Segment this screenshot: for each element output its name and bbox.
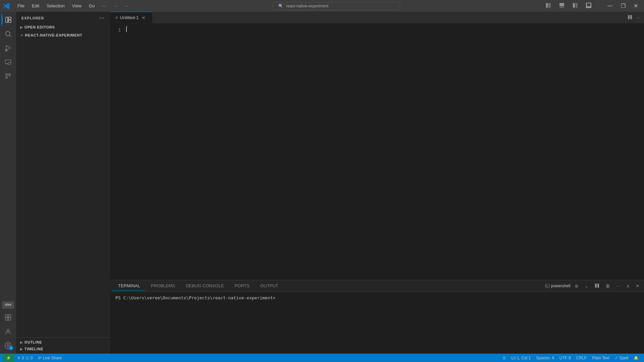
svg-rect-5 <box>576 3 578 8</box>
terminal-content[interactable]: PS C:\Users\veree\Documents\Projects\rea… <box>110 292 644 354</box>
activity-extensions[interactable] <box>1 311 15 324</box>
status-language[interactable]: Plain Text <box>589 356 612 360</box>
warning-icon: ⚠ <box>25 356 29 360</box>
svg-point-24 <box>7 345 9 347</box>
search-text: react-native-experiment <box>286 4 328 8</box>
status-live-share[interactable]: ⟳ Live Share <box>35 354 64 362</box>
spell-label: ✓ Spell <box>615 356 628 360</box>
nav-arrows: ← → <box>112 2 130 10</box>
main-layout: .ENV 1 <box>0 12 644 354</box>
restore-button[interactable]: ❐ <box>618 1 629 11</box>
open-editors-header[interactable]: ▶ OPEN EDITORS <box>16 24 110 31</box>
status-bell[interactable]: ⊙ <box>500 356 508 360</box>
panel-tab-ports[interactable]: PORTS <box>229 281 255 291</box>
env-badge[interactable]: .ENV <box>2 301 14 309</box>
svg-rect-20 <box>8 315 11 317</box>
editor-cursor <box>126 26 127 32</box>
encoding-label: UTF-8 <box>559 356 571 360</box>
editor-content[interactable] <box>126 23 644 280</box>
status-spaces[interactable]: Spaces: 4 <box>533 356 556 360</box>
menu-go[interactable]: Go <box>86 2 98 10</box>
nav-back[interactable]: ← <box>112 2 120 10</box>
tab-label: Untitled-1 <box>120 15 139 20</box>
activity-explorer[interactable] <box>1 13 15 26</box>
panel-tab-actions: powershell ⊕ ⌄ 🗑 ··· ∧ ✕ <box>545 282 641 290</box>
status-notifications[interactable]: 🔔 <box>631 356 641 360</box>
svg-rect-8 <box>6 17 8 22</box>
status-line-ending[interactable]: CRLF <box>574 356 589 360</box>
layout-split-toggle[interactable] <box>569 1 581 11</box>
terminal-dropdown[interactable]: ⌄ <box>583 282 590 290</box>
svg-rect-1 <box>548 3 551 8</box>
editor-area[interactable]: 1 <box>110 23 644 280</box>
timeline-header[interactable]: ▶ TIMELINE <box>16 346 110 352</box>
svg-rect-28 <box>595 283 597 287</box>
menu-selection[interactable]: Selection <box>43 2 68 10</box>
activity-accounts[interactable] <box>1 325 15 338</box>
svg-rect-19 <box>5 315 8 317</box>
project-section: ▼ REACT-NATIVE-EXPERIMENT <box>16 31 110 39</box>
panel-close-button[interactable]: ✕ <box>634 282 641 290</box>
timeline-chevron: ▶ <box>20 347 23 351</box>
menu-more[interactable]: ··· <box>99 2 109 10</box>
layout-editor-toggle[interactable] <box>556 1 568 11</box>
sidebar-more-actions[interactable]: ··· <box>99 15 105 21</box>
menu-view[interactable]: View <box>69 2 85 10</box>
tab-bar-actions: ··· <box>624 13 644 22</box>
outline-header[interactable]: ▶ OUTLINE <box>16 339 110 346</box>
open-editors-chevron: ▶ <box>20 25 23 29</box>
project-chevron: ▼ <box>20 34 24 37</box>
tab-untitled-1[interactable]: ≡ Untitled-1 ✕ <box>110 12 152 23</box>
panel-tab-problems[interactable]: PROBLEMS <box>146 281 180 291</box>
nav-forward[interactable]: → <box>122 2 130 10</box>
menu-edit[interactable]: Edit <box>29 2 43 10</box>
split-editor-action[interactable] <box>626 13 634 22</box>
tab-bar: ≡ Untitled-1 ✕ ··· <box>110 12 644 23</box>
status-right: ⊙ Ln 1, Col 1 Spaces: 4 UTF-8 CRLF Plain… <box>500 356 641 360</box>
svg-rect-7 <box>586 6 591 8</box>
svg-rect-21 <box>8 318 11 320</box>
panel-tab-bar: TERMINAL PROBLEMS DEBUG CONSOLE PORTS OU… <box>110 280 644 292</box>
panel-tab-terminal[interactable]: TERMINAL <box>113 281 146 291</box>
shell-label: powershell <box>545 284 570 288</box>
status-cursor[interactable]: Ln 1, Col 1 <box>508 356 533 360</box>
project-header[interactable]: ▼ REACT-NATIVE-EXPERIMENT <box>16 32 110 39</box>
tab-close-button[interactable]: ✕ <box>141 15 147 21</box>
layout-panel-toggle[interactable] <box>583 1 595 11</box>
notifications-icon: 🔔 <box>634 356 639 360</box>
split-terminal-button[interactable] <box>593 282 601 290</box>
layout-sidebar-toggle[interactable] <box>542 1 554 11</box>
activity-settings[interactable]: 1 <box>1 339 15 352</box>
activity-bar: .ENV 1 <box>0 12 16 354</box>
activity-search[interactable] <box>1 27 15 41</box>
menu-file[interactable]: File <box>14 2 28 10</box>
close-button[interactable]: ✕ <box>630 1 641 11</box>
minimize-button[interactable]: — <box>604 1 616 11</box>
activity-remote-explorer[interactable] <box>1 55 15 69</box>
remote-icon: ⚡ <box>6 356 11 360</box>
panel-tab-debug-console[interactable]: DEBUG CONSOLE <box>180 281 229 291</box>
search-box[interactable]: 🔍 react-native-experiment <box>273 2 400 10</box>
activity-source-control[interactable] <box>1 69 15 83</box>
bell-icon: ⊙ <box>502 356 506 360</box>
status-encoding[interactable]: UTF-8 <box>557 356 574 360</box>
open-editors-label: OPEN EDITORS <box>24 25 55 29</box>
status-remote[interactable]: ⚡ <box>3 354 14 362</box>
kill-terminal-button[interactable]: 🗑 <box>604 282 612 290</box>
add-terminal-button[interactable]: ⊕ <box>573 282 580 290</box>
status-errors[interactable]: ✕ 0 ⚠ 0 <box>14 354 35 362</box>
title-bar: File Edit Selection View Go ··· ← → 🔍 re… <box>0 0 644 12</box>
status-spell[interactable]: ✓ Spell <box>612 356 631 360</box>
sidebar-bottom: ▶ OUTLINE ▶ TIMELINE <box>16 337 110 354</box>
panel-more-actions[interactable]: ··· <box>614 282 622 290</box>
panel-maximize-button[interactable]: ∧ <box>625 282 631 290</box>
panel-tab-output[interactable]: OUTPUT <box>255 281 283 291</box>
live-share-icon: ⟳ <box>38 356 41 360</box>
vscode-logo <box>3 2 10 10</box>
svg-rect-9 <box>8 17 11 19</box>
activity-run-debug[interactable] <box>1 41 15 55</box>
more-tab-actions[interactable]: ··· <box>635 13 641 22</box>
svg-point-23 <box>7 329 9 331</box>
svg-point-16 <box>6 74 8 76</box>
line-number-1: 1 <box>118 26 121 34</box>
